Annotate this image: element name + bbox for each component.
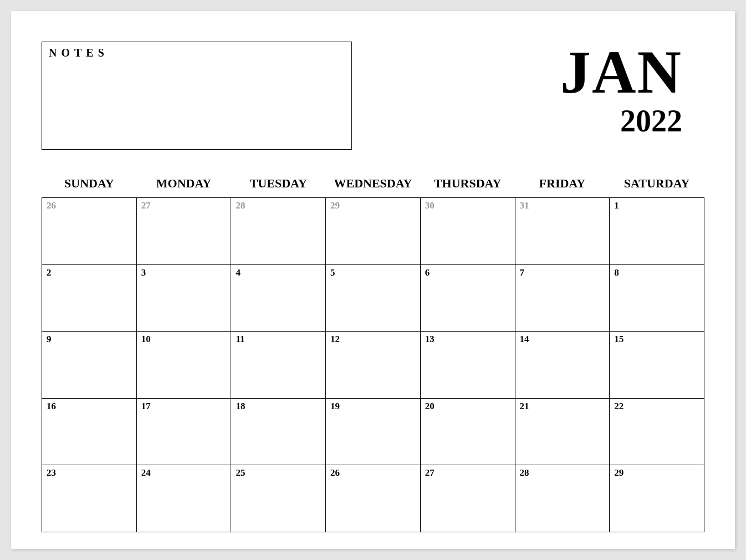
calendar-day-cell[interactable]: 19: [326, 398, 421, 465]
calendar-grid: SUNDAY MONDAY TUESDAY WEDNESDAY THURSDAY…: [42, 172, 704, 532]
calendar-week-row: 23242526272829: [42, 465, 704, 532]
calendar-day-cell[interactable]: 5: [326, 264, 421, 332]
calendar-day-cell[interactable]: 26: [326, 465, 421, 532]
calendar-day-cell[interactable]: 9: [42, 332, 137, 399]
calendar-day-cell[interactable]: 2: [42, 264, 137, 332]
calendar-day-cell[interactable]: 24: [136, 465, 231, 532]
notes-label: NOTES: [49, 47, 345, 59]
calendar-day-cell[interactable]: 25: [231, 465, 326, 532]
calendar-day-cell[interactable]: 3: [136, 264, 231, 332]
calendar-day-cell[interactable]: 20: [420, 398, 515, 465]
header: NOTES JAN 2022: [42, 42, 704, 150]
calendar-day-cell[interactable]: 17: [136, 398, 231, 465]
month-name: JAN: [560, 42, 682, 103]
day-header: MONDAY: [136, 172, 231, 198]
calendar-week-row: 16171819202122: [42, 398, 704, 465]
day-header: SUNDAY: [42, 172, 137, 198]
calendar-week-row: 9101112131415: [42, 332, 704, 399]
notes-box[interactable]: NOTES: [42, 42, 352, 150]
calendar-day-cell[interactable]: 28: [515, 465, 610, 532]
calendar-page: NOTES JAN 2022 SUNDAY MONDAY TUESDAY WED…: [11, 11, 735, 549]
calendar-day-cell[interactable]: 30: [420, 198, 515, 265]
calendar-day-cell[interactable]: 29: [610, 465, 704, 532]
calendar-day-cell[interactable]: 18: [231, 398, 326, 465]
calendar-day-cell[interactable]: 28: [231, 198, 326, 265]
year-number: 2022: [560, 105, 682, 136]
calendar-day-cell[interactable]: 27: [136, 198, 231, 265]
day-header: TUESDAY: [231, 172, 326, 198]
calendar-day-cell[interactable]: 8: [610, 264, 704, 332]
calendar-day-cell[interactable]: 31: [515, 198, 610, 265]
calendar-day-cell[interactable]: 21: [515, 398, 610, 465]
calendar-day-cell[interactable]: 16: [42, 398, 137, 465]
day-header-row: SUNDAY MONDAY TUESDAY WEDNESDAY THURSDAY…: [42, 172, 704, 198]
calendar-week-row: 2345678: [42, 264, 704, 332]
calendar-day-cell[interactable]: 14: [515, 332, 610, 399]
calendar-day-cell[interactable]: 22: [610, 398, 704, 465]
day-header: WEDNESDAY: [326, 172, 421, 198]
calendar-day-cell[interactable]: 4: [231, 264, 326, 332]
calendar-day-cell[interactable]: 10: [136, 332, 231, 399]
month-year-title: JAN 2022: [560, 42, 704, 136]
day-header: THURSDAY: [420, 172, 515, 198]
day-header: FRIDAY: [515, 172, 610, 198]
calendar-day-cell[interactable]: 26: [42, 198, 137, 265]
day-header: SATURDAY: [610, 172, 704, 198]
calendar-day-cell[interactable]: 29: [326, 198, 421, 265]
calendar-day-cell[interactable]: 6: [420, 264, 515, 332]
calendar-day-cell[interactable]: 23: [42, 465, 137, 532]
calendar-day-cell[interactable]: 13: [420, 332, 515, 399]
calendar-day-cell[interactable]: 7: [515, 264, 610, 332]
calendar-day-cell[interactable]: 12: [326, 332, 421, 399]
calendar-day-cell[interactable]: 15: [610, 332, 704, 399]
calendar-day-cell[interactable]: 1: [610, 198, 704, 265]
calendar-day-cell[interactable]: 27: [420, 465, 515, 532]
calendar-day-cell[interactable]: 11: [231, 332, 326, 399]
calendar-week-row: 2627282930311: [42, 198, 704, 265]
